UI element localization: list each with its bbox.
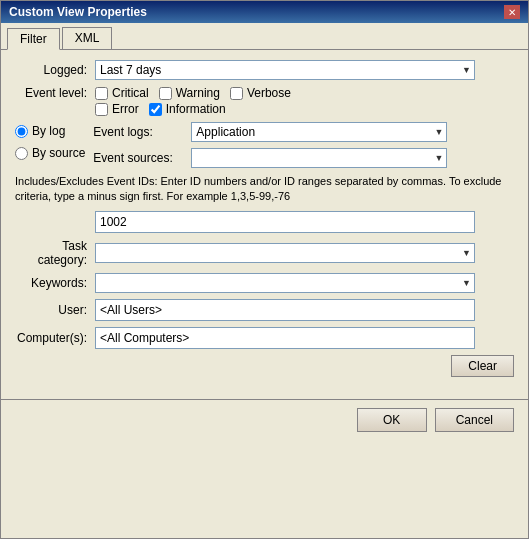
- verbose-checkbox[interactable]: [230, 87, 243, 100]
- radio-col: By log By source: [15, 124, 85, 168]
- footer-buttons: OK Cancel: [1, 399, 528, 442]
- log-fields-col: Event logs: Application Event sources:: [93, 122, 447, 168]
- logged-select[interactable]: Last 7 daysLast hourLast 12 hoursLast 24…: [95, 60, 475, 80]
- computer-input[interactable]: [95, 327, 475, 349]
- warning-checkbox-item: Warning: [159, 86, 220, 100]
- event-logs-select-wrap: Application: [191, 122, 447, 142]
- by-source-radio[interactable]: [15, 147, 28, 160]
- title-bar: Custom View Properties ✕: [1, 1, 528, 23]
- user-row: User:: [15, 299, 514, 321]
- event-logs-select[interactable]: Application: [191, 122, 447, 142]
- task-category-select[interactable]: [95, 243, 475, 263]
- keywords-select-wrap: [95, 273, 475, 293]
- ids-input[interactable]: [95, 211, 475, 233]
- task-category-row: Task category:: [15, 239, 514, 267]
- by-source-label: By source: [32, 146, 85, 160]
- tab-xml[interactable]: XML: [62, 27, 113, 49]
- title-bar-text: Custom View Properties: [9, 5, 147, 19]
- logged-label: Logged:: [15, 63, 95, 77]
- keywords-row: Keywords:: [15, 273, 514, 293]
- event-logs-label: Event logs:: [93, 125, 183, 139]
- critical-checkbox-item: Critical: [95, 86, 149, 100]
- critical-label: Critical: [112, 86, 149, 100]
- information-checkbox[interactable]: [149, 103, 162, 116]
- by-log-radio[interactable]: [15, 125, 28, 138]
- by-log-radio-item: By log: [15, 124, 85, 138]
- event-sources-select-wrap: [191, 148, 447, 168]
- event-sources-row: Event sources:: [93, 148, 447, 168]
- critical-checkbox[interactable]: [95, 87, 108, 100]
- information-label: Information: [166, 102, 226, 116]
- cancel-button[interactable]: Cancel: [435, 408, 514, 432]
- clear-row: Clear: [15, 355, 514, 377]
- window: Custom View Properties ✕ Filter XML Logg…: [0, 0, 529, 539]
- warning-label: Warning: [176, 86, 220, 100]
- event-sources-select[interactable]: [191, 148, 447, 168]
- close-button[interactable]: ✕: [504, 5, 520, 19]
- error-checkbox[interactable]: [95, 103, 108, 116]
- user-input[interactable]: [95, 299, 475, 321]
- event-logs-row: Event logs: Application: [93, 122, 447, 142]
- clear-button[interactable]: Clear: [451, 355, 514, 377]
- task-category-label: Task category:: [15, 239, 95, 267]
- event-level-row: Event level: Critical Warning Verbose: [15, 86, 514, 116]
- by-source-radio-item: By source: [15, 146, 85, 160]
- verbose-label: Verbose: [247, 86, 291, 100]
- computer-label: Computer(s):: [15, 331, 95, 345]
- information-checkbox-item: Information: [149, 102, 226, 116]
- filter-content: Logged: Last 7 daysLast hourLast 12 hour…: [1, 50, 528, 391]
- computer-row: Computer(s):: [15, 327, 514, 349]
- event-level-row2: Error Information: [95, 102, 291, 116]
- keywords-select[interactable]: [95, 273, 475, 293]
- ok-button[interactable]: OK: [357, 408, 427, 432]
- tab-filter[interactable]: Filter: [7, 28, 60, 50]
- user-label: User:: [15, 303, 95, 317]
- error-label: Error: [112, 102, 139, 116]
- logged-select-wrap: Last 7 daysLast hourLast 12 hoursLast 24…: [95, 60, 475, 80]
- tab-bar: Filter XML: [1, 23, 528, 50]
- log-source-section: By log By source Event logs: Application: [15, 122, 514, 168]
- logged-row: Logged: Last 7 daysLast hourLast 12 hour…: [15, 60, 514, 80]
- event-level-row1: Critical Warning Verbose: [95, 86, 291, 100]
- task-category-select-wrap: [95, 243, 475, 263]
- event-level-label: Event level:: [15, 86, 95, 100]
- error-checkbox-item: Error: [95, 102, 139, 116]
- verbose-checkbox-item: Verbose: [230, 86, 291, 100]
- ids-input-row: [95, 211, 514, 233]
- keywords-label: Keywords:: [15, 276, 95, 290]
- event-level-checkboxes: Critical Warning Verbose Error: [95, 86, 291, 116]
- warning-checkbox[interactable]: [159, 87, 172, 100]
- by-log-label: By log: [32, 124, 65, 138]
- event-sources-label: Event sources:: [93, 151, 183, 165]
- description-text: Includes/Excludes Event IDs: Enter ID nu…: [15, 174, 514, 205]
